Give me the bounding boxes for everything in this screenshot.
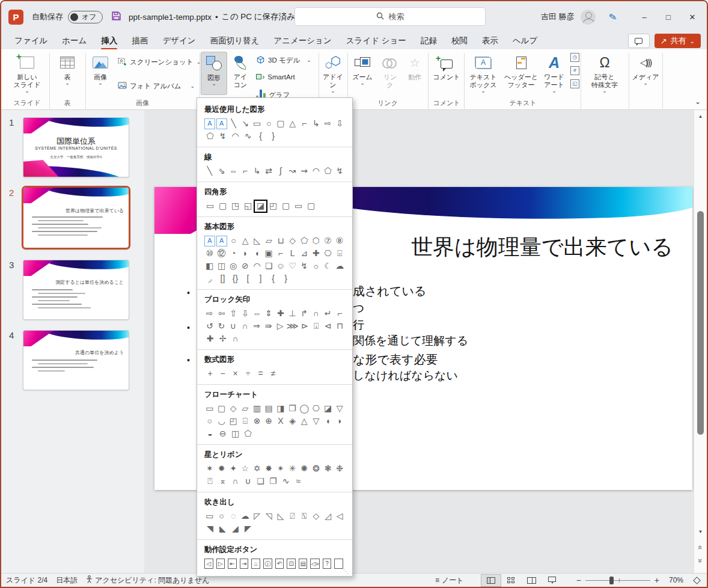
shape-icon[interactable]: ⬠ [242,429,254,439]
shape-icon[interactable]: ⌐ [334,308,345,319]
slide-indicator[interactable]: スライド 2/4 [6,575,47,586]
shape-icon[interactable]: ∿ [280,476,291,487]
shape-icon[interactable]: ☾ [323,261,334,272]
shape-icon[interactable]: ↯ [299,261,310,272]
shape-icon[interactable]: ▷ [216,559,225,569]
shape-icon[interactable]: ◰ [267,201,279,212]
shape-icon[interactable]: ❂ [311,464,322,474]
tab-1[interactable]: ホーム [55,33,94,49]
shape-icon[interactable]: ↳ [252,166,263,177]
minimize-button[interactable]: – [632,5,656,29]
shape-icon[interactable]: ◇ [311,511,322,522]
shape-icon[interactable]: ✚ [311,248,322,259]
shape-icon[interactable]: ⑦ [323,236,334,247]
shape-icon[interactable]: ⍁ [287,511,298,522]
shape-icon[interactable]: A [216,118,227,129]
shape-icon[interactable]: ∩ [230,334,241,345]
shape-icon[interactable]: ⇤ [228,559,237,569]
shape-icon[interactable]: ⬡ [311,236,322,247]
shape-icon[interactable]: ⬠ [323,166,334,177]
reading-view-button[interactable] [522,574,542,587]
shape-icon[interactable]: ◇ [228,403,239,414]
fit-slide-button[interactable] [689,574,704,587]
object-icon[interactable]: ◱ [570,79,579,88]
search-input[interactable]: 検索 [294,7,486,26]
shape-icon[interactable]: ▢ [216,403,227,414]
shape-icon[interactable]: ◱ [242,201,254,212]
tab-4[interactable]: デザイン [155,33,203,49]
close-button[interactable]: ✕ [680,5,704,29]
zoom-slider[interactable] [585,576,650,585]
shape-icon[interactable]: ⍂ [299,511,310,522]
shape-icon[interactable]: ⇔ [252,308,263,319]
shape-icon[interactable]: ✶ [204,464,215,474]
shape-icon[interactable]: ʃ [275,166,286,177]
shape-icon[interactable]: ✦ [228,464,239,474]
slide-number-icon[interactable]: # [570,66,579,75]
shape-icon[interactable]: ◌ [228,511,239,522]
previous-slide-button[interactable]: « [694,542,707,551]
vertical-scrollbar[interactable]: ▲ ▼ « » [694,110,707,573]
shape-icon[interactable]: {} [230,274,241,284]
shape-icon[interactable]: ⎔ [323,248,334,259]
tab-5[interactable]: 画面切り替え [203,33,267,49]
textbox-button[interactable]: A テキスト ボックス⌄ [465,52,501,94]
shape-icon[interactable]: ⊲ [323,321,334,332]
comments-button[interactable] [628,34,650,48]
shape-icon[interactable]: △ [240,236,251,247]
shape-icon[interactable]: ⬠ [299,236,310,247]
zoom-slider-thumb[interactable] [609,577,614,584]
accessibility-status[interactable]: アクセシビリティ: 問題ありません [86,575,209,586]
user-name[interactable]: 吉田 勝彦 [541,11,575,22]
zoom-button[interactable]: ズーム⌄ [349,52,376,87]
shape-icon[interactable]: ♡ [287,261,298,272]
shape-icon[interactable]: ◰ [228,416,239,427]
shape-icon[interactable]: ╲ [204,166,215,177]
shape-icon[interactable]: ✺ [299,464,310,474]
autosave-toggle[interactable]: オフ [68,11,103,23]
shape-icon[interactable]: ▭ [293,201,304,212]
shape-icon[interactable]: ⊡ [287,559,296,569]
shape-icon[interactable]: ⇨ [323,118,334,129]
shape-icon[interactable]: ◠ [311,166,322,177]
shape-icon[interactable]: ∪ [228,321,239,332]
shape-icon[interactable]: ] [255,274,266,284]
photo-album-button[interactable]: フォト アルバム⌄ [118,82,195,91]
shape-icon[interactable]: ▤ [299,559,308,569]
shape-icon[interactable]: ⑧ [334,236,345,247]
shape-icon[interactable]: ✳ [287,464,298,474]
shape-icon[interactable]: X [275,416,286,427]
shape-icon[interactable]: { [267,274,279,284]
shapes-button[interactable]: 図形⌄ [201,52,227,95]
shape-icon[interactable]: ⊖ [217,429,228,439]
shape-icon[interactable]: ◸ [252,511,263,522]
zoom-in-button[interactable]: + [650,575,664,585]
shape-icon[interactable]: ◗ [334,416,345,427]
shape-icon[interactable]: A [204,236,215,247]
shape-icon[interactable]: ⇧ [228,308,239,319]
shape-icon[interactable]: △ [299,416,310,427]
wordart-button[interactable]: A ワード アート⌄ [541,52,567,94]
shape-icon[interactable]: ⇥ [240,559,249,569]
shape-icon[interactable]: ✚ [275,308,286,319]
shape-icon[interactable]: ▢ [305,201,317,212]
shape-icon[interactable]: ◨ [275,403,286,414]
shape-icon[interactable]: ⇦ [216,308,227,319]
shape-icon[interactable]: ◖ [323,416,334,427]
shape-icon[interactable]: ⇕ [263,308,274,319]
shape-icon[interactable]: ◫ [230,429,241,439]
slide-sorter-button[interactable] [501,574,522,587]
shape-icon[interactable]: ◺ [252,236,263,247]
next-slide-button[interactable]: » [694,556,707,565]
shape-icon[interactable]: ◇ [287,236,298,247]
date-time-icon[interactable]: ◷ [570,53,579,62]
tab-7[interactable]: スライド ショー [339,33,414,49]
shape-icon[interactable]: ❏ [263,261,274,272]
shape-icon[interactable]: ⇩ [240,308,251,319]
shape-icon[interactable]: ❏ [255,476,266,487]
shape-icon[interactable]: ⊳ [299,321,310,332]
slide-title[interactable]: 世界は物理量で出来ている [383,233,701,262]
shape-icon[interactable]: ⎔ [311,403,322,414]
shape-icon[interactable]: ☁ [334,261,345,272]
shape-icon[interactable]: ▢ [217,201,228,212]
